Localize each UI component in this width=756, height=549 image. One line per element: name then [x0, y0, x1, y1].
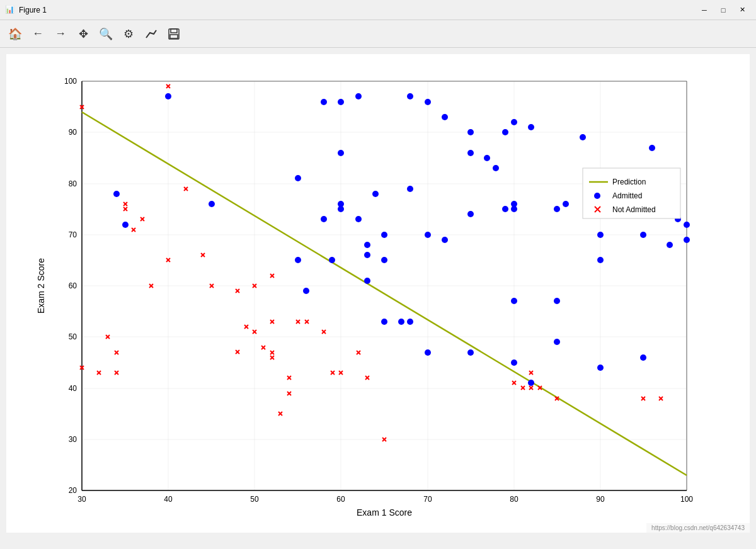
- home-button[interactable]: 🏠: [5, 24, 25, 44]
- svg-point-167: [165, 93, 171, 99]
- legend-prediction-label: Prediction: [612, 178, 646, 186]
- svg-point-183: [640, 232, 646, 238]
- svg-point-158: [467, 150, 474, 156]
- svg-point-194: [407, 319, 413, 325]
- svg-point-137: [511, 119, 517, 125]
- svg-point-159: [484, 155, 490, 161]
- svg-text:40: 40: [164, 495, 173, 504]
- main-content: 30 40 50 60 70 80 90 100 20: [6, 54, 750, 533]
- svg-point-180: [597, 232, 604, 238]
- svg-point-193: [364, 252, 370, 258]
- svg-text:30: 30: [77, 495, 86, 504]
- svg-point-141: [398, 319, 404, 325]
- zoom-button[interactable]: 🔍: [96, 24, 116, 44]
- svg-text:100: 100: [680, 495, 693, 504]
- svg-text:80: 80: [69, 179, 77, 188]
- svg-rect-2: [170, 35, 178, 38]
- svg-point-139: [295, 257, 301, 263]
- svg-point-188: [321, 216, 327, 222]
- svg-rect-1: [171, 29, 177, 33]
- svg-point-154: [372, 191, 379, 197]
- svg-point-173: [381, 319, 387, 325]
- svg-point-146: [511, 298, 517, 304]
- status-bar: https://blog.csdn.net/q642634743: [646, 523, 750, 533]
- title-bar: 📊 Figure 1 ─ □ ✕: [0, 0, 756, 20]
- svg-point-145: [554, 339, 560, 345]
- svg-point-170: [321, 99, 327, 105]
- svg-point-134: [338, 150, 344, 156]
- svg-text:60: 60: [336, 495, 345, 504]
- svg-text:50: 50: [69, 332, 77, 341]
- svg-text:70: 70: [423, 495, 432, 504]
- svg-point-133: [122, 222, 129, 228]
- svg-point-176: [442, 237, 448, 243]
- svg-point-161: [502, 129, 508, 135]
- y-axis-label: Exam 2 Score: [36, 258, 46, 313]
- svg-point-165: [563, 201, 569, 207]
- plot-container: 30 40 50 60 70 80 90 100 20: [32, 69, 724, 522]
- svg-point-191: [338, 206, 344, 212]
- svg-point-143: [467, 349, 474, 356]
- svg-point-163: [528, 124, 534, 130]
- svg-point-157: [442, 114, 448, 120]
- svg-point-169: [295, 175, 301, 181]
- svg-point-189: [329, 257, 335, 263]
- svg-text:80: 80: [510, 495, 518, 504]
- svg-point-140: [364, 278, 370, 284]
- svg-point-166: [580, 134, 586, 140]
- scatter-chart: 30 40 50 60 70 80 90 100 20: [32, 69, 724, 522]
- svg-point-160: [493, 165, 499, 171]
- curve-button[interactable]: [141, 24, 161, 44]
- x-axis-label: Exam 1 Score: [357, 507, 412, 518]
- svg-point-168: [209, 201, 215, 207]
- close-button[interactable]: ✕: [733, 3, 751, 17]
- svg-point-155: [407, 93, 413, 99]
- svg-point-149: [640, 354, 646, 361]
- back-button[interactable]: ←: [28, 24, 48, 44]
- svg-point-181: [597, 257, 604, 263]
- svg-text:60: 60: [69, 281, 77, 290]
- svg-point-178: [511, 206, 517, 212]
- svg-text:90: 90: [596, 495, 605, 504]
- svg-point-142: [425, 349, 431, 356]
- svg-text:40: 40: [69, 384, 77, 393]
- svg-text:70: 70: [69, 230, 77, 239]
- svg-point-156: [425, 99, 431, 105]
- forward-button[interactable]: →: [50, 24, 71, 44]
- svg-point-184: [649, 145, 655, 151]
- svg-text:20: 20: [69, 486, 77, 495]
- configure-button[interactable]: ⚙: [118, 24, 139, 44]
- svg-point-135: [502, 206, 508, 212]
- svg-point-138: [381, 232, 387, 238]
- svg-point-164: [554, 206, 560, 212]
- svg-point-147: [528, 380, 534, 386]
- pan-button[interactable]: ✥: [73, 24, 93, 44]
- svg-point-144: [511, 359, 517, 366]
- minimize-button[interactable]: ─: [696, 3, 713, 17]
- svg-text:30: 30: [69, 435, 77, 444]
- svg-point-186: [684, 222, 690, 228]
- save-button[interactable]: [164, 24, 184, 44]
- svg-point-153: [364, 242, 370, 248]
- window-title: Figure 1: [19, 6, 696, 14]
- legend-not-admitted-label: Not Admitted: [612, 205, 656, 214]
- svg-point-132: [113, 191, 120, 197]
- window-controls: ─ □ ✕: [696, 3, 751, 17]
- svg-point-179: [554, 298, 560, 304]
- toolbar: 🏠 ← → ✥ 🔍 ⚙: [0, 20, 756, 48]
- svg-point-150: [684, 237, 690, 243]
- app-icon: 📊: [5, 5, 15, 15]
- maximize-button[interactable]: □: [714, 3, 732, 17]
- legend-admitted-label: Admitted: [612, 191, 642, 200]
- svg-point-172: [381, 257, 387, 263]
- svg-point-151: [667, 242, 673, 248]
- svg-point-175: [425, 232, 431, 238]
- status-url: https://blog.csdn.net/q642634743: [651, 524, 745, 531]
- svg-point-148: [597, 365, 604, 371]
- svg-text:90: 90: [69, 128, 77, 137]
- svg-point-174: [407, 186, 413, 192]
- svg-point-197: [594, 193, 600, 199]
- svg-point-136: [467, 129, 474, 135]
- svg-point-192: [355, 216, 362, 222]
- svg-text:100: 100: [64, 77, 77, 86]
